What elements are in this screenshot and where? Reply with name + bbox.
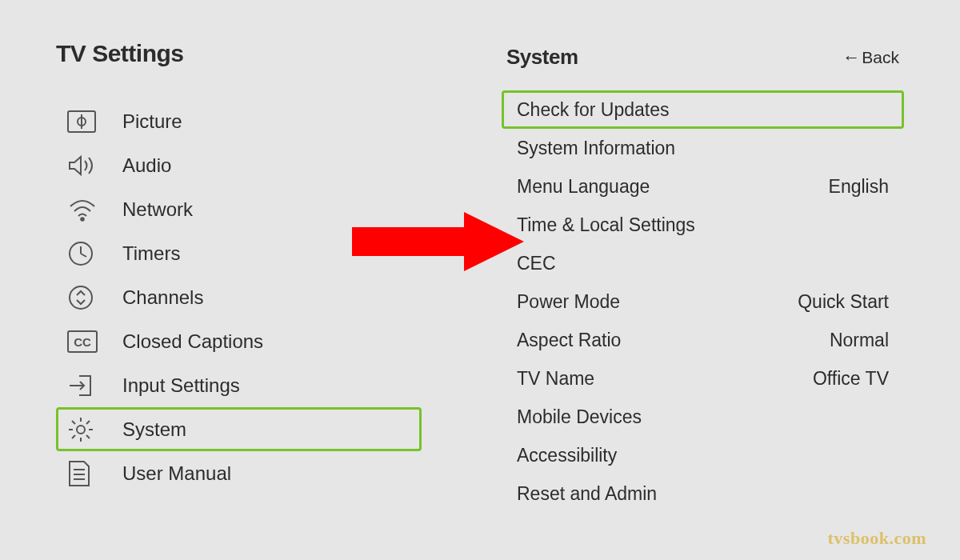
menu-label: Audio [122, 154, 171, 177]
sub-label: TV Name [517, 368, 594, 390]
sub-value: Office TV [813, 368, 889, 390]
system-submenu: Check for Updates System Information Men… [502, 90, 904, 513]
cc-icon: CC [66, 326, 102, 358]
menu-item-audio[interactable]: Audio [56, 143, 422, 187]
sub-item-mobile-devices[interactable]: Mobile Devices [502, 398, 904, 436]
sub-item-accessibility[interactable]: Accessibility [502, 436, 904, 474]
menu-item-closed-captions[interactable]: CC Closed Captions [56, 319, 422, 363]
sub-label: Mobile Devices [517, 406, 642, 428]
svg-line-6 [81, 254, 86, 257]
menu-item-timers[interactable]: Timers [56, 231, 422, 275]
sub-item-reset-admin[interactable]: Reset and Admin [502, 474, 904, 513]
channels-icon [66, 282, 102, 314]
menu-label: System [122, 418, 186, 441]
menu-item-network[interactable]: Network [56, 187, 422, 231]
menu-label: Timers [122, 242, 180, 265]
gear-icon [66, 414, 102, 446]
sub-item-time-local-settings[interactable]: Time & Local Settings [502, 206, 904, 244]
back-arrow-icon: ← [842, 49, 860, 66]
sub-item-system-information[interactable]: System Information [502, 129, 904, 167]
sub-label: Menu Language [517, 176, 650, 198]
menu-label: Channels [122, 286, 203, 309]
sub-value: Quick Start [798, 291, 889, 313]
sub-value: Normal [830, 330, 889, 351]
system-title: System [506, 45, 578, 70]
audio-icon [66, 150, 102, 182]
sub-label: Power Mode [517, 291, 620, 313]
svg-text:CC: CC [74, 335, 91, 349]
menu-label: Input Settings [122, 374, 240, 397]
sub-value: English [829, 176, 889, 198]
clock-icon [66, 238, 102, 270]
sub-label: System Information [517, 138, 675, 159]
sub-item-check-updates[interactable]: Check for Updates [502, 90, 904, 129]
input-icon [66, 370, 102, 402]
wifi-icon [66, 194, 102, 226]
menu-item-system[interactable]: System [56, 407, 422, 451]
sub-item-power-mode[interactable]: Power Mode Quick Start [502, 282, 904, 321]
sub-label: Check for Updates [517, 99, 669, 121]
sub-label: Aspect Ratio [517, 330, 621, 351]
back-button[interactable]: ← Back [842, 48, 899, 67]
sub-item-tv-name[interactable]: TV Name Office TV [502, 359, 904, 398]
manual-icon [66, 458, 102, 490]
menu-label: Network [122, 198, 193, 221]
menu-label: Picture [122, 110, 182, 133]
menu-item-channels[interactable]: Channels [56, 275, 422, 319]
sub-label: CEC [517, 253, 556, 274]
sub-item-cec[interactable]: CEC [502, 244, 904, 282]
system-panel: System ← Back Check for Updates System I… [438, 40, 904, 536]
menu-label: Closed Captions [122, 330, 263, 353]
sub-item-aspect-ratio[interactable]: Aspect Ratio Normal [502, 321, 904, 359]
tv-settings-panel: TV Settings Picture [56, 40, 438, 536]
tv-settings-title: TV Settings [56, 40, 422, 67]
sub-label: Accessibility [517, 445, 617, 466]
svg-point-11 [77, 426, 85, 434]
sub-item-menu-language[interactable]: Menu Language English [502, 167, 904, 206]
tv-settings-menu: Picture Audio [56, 99, 422, 495]
menu-label: User Manual [122, 462, 231, 485]
back-label: Back [862, 48, 899, 67]
menu-item-picture[interactable]: Picture [56, 99, 422, 143]
picture-icon [66, 106, 102, 138]
sub-label: Reset and Admin [517, 483, 657, 505]
svg-point-7 [70, 286, 92, 309]
sub-label: Time & Local Settings [517, 214, 695, 236]
menu-item-input-settings[interactable]: Input Settings [56, 363, 422, 407]
watermark: tvsbook.com [828, 528, 926, 549]
menu-item-user-manual[interactable]: User Manual [56, 451, 422, 495]
svg-point-3 [81, 218, 84, 221]
